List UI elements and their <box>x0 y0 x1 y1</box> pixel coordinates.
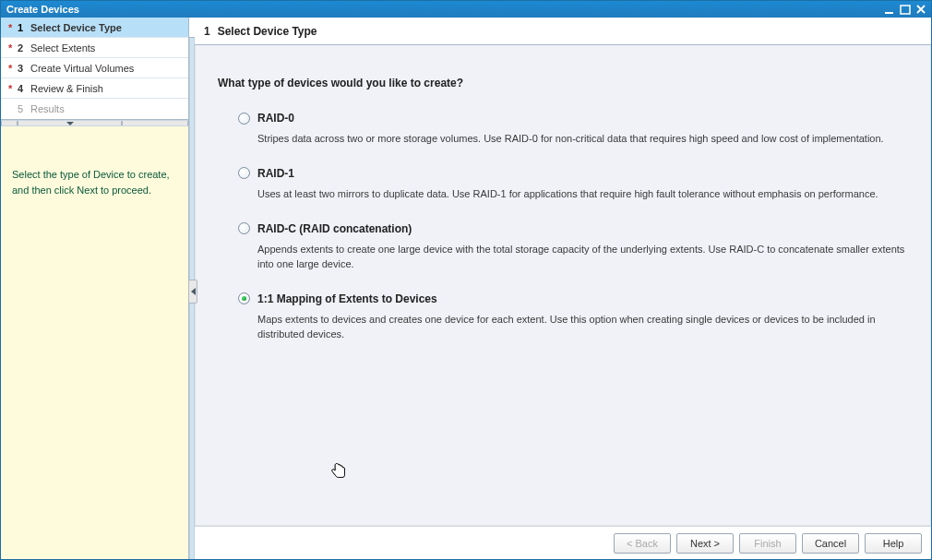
wizard-footer: < Back Next > Finish Cancel Help <box>195 526 931 559</box>
option-raid-1: RAID-1 Uses at least two mirrors to dupl… <box>238 167 915 202</box>
step-results: 5 Results <box>1 99 188 119</box>
hint-panel: Select the type of Device to create, and… <box>1 126 188 559</box>
radio-icon <box>238 222 250 234</box>
svg-rect-1 <box>901 6 910 14</box>
step-create-virtual-volumes[interactable]: * 3 Create Virtual Volumes <box>1 58 188 78</box>
radio-1to1-mapping[interactable]: 1:1 Mapping of Extents to Devices <box>238 292 915 305</box>
option-title: 1:1 Mapping of Extents to Devices <box>257 292 437 305</box>
maximize-icon[interactable] <box>900 5 912 15</box>
radio-icon <box>238 113 250 125</box>
question-text: What type of devices would you like to c… <box>218 77 915 89</box>
radio-raid-c[interactable]: RAID-C (RAID concatenation) <box>238 222 915 235</box>
option-raid-0: RAID-0 Stripes data across two or more s… <box>238 112 915 147</box>
radio-raid-1[interactable]: RAID-1 <box>238 167 915 180</box>
required-asterisk-icon: * <box>8 22 12 33</box>
step-number: 3 <box>18 63 30 74</box>
step-number: 1 <box>18 22 30 33</box>
option-description: Maps extents to devices and creates one … <box>257 313 915 342</box>
help-button[interactable]: Help <box>865 533 922 554</box>
splitter-grip[interactable] <box>188 280 197 304</box>
option-description: Appends extents to create one large devi… <box>257 243 915 272</box>
content-area: What type of devices would you like to c… <box>195 45 931 526</box>
step-list: * 1 Select Device Type * 2 Select Extent… <box>1 18 188 120</box>
page-title-text: Select Device Type <box>218 25 317 38</box>
radio-icon <box>238 167 250 179</box>
step-number: 5 <box>18 103 30 114</box>
step-label: Select Device Type <box>30 22 122 33</box>
titlebar: Create Devices <box>1 1 931 18</box>
step-select-extents[interactable]: * 2 Select Extents <box>1 38 188 58</box>
step-label: Review & Finish <box>30 83 103 94</box>
step-number: 2 <box>18 42 30 54</box>
radio-icon <box>238 292 250 304</box>
back-button: < Back <box>614 533 671 554</box>
page-title-number: 1 <box>204 25 210 38</box>
option-raid-c: RAID-C (RAID concatenation) Appends exte… <box>238 222 915 272</box>
option-description: Uses at least two mirrors to duplicate d… <box>257 187 915 202</box>
wizard-window: Create Devices * 1 Select Device Type <box>0 0 932 560</box>
option-description: Stripes data across two or more storage … <box>257 132 915 147</box>
chevron-down-icon <box>66 122 74 125</box>
vertical-splitter[interactable] <box>189 18 195 559</box>
cancel-button[interactable]: Cancel <box>802 533 859 554</box>
step-select-device-type[interactable]: * 1 Select Device Type <box>1 18 188 38</box>
next-button[interactable]: Next > <box>676 533 734 554</box>
required-asterisk-icon: * <box>8 63 12 74</box>
close-icon[interactable] <box>915 5 927 15</box>
chevron-left-icon <box>191 288 196 295</box>
step-review-finish[interactable]: * 4 Review & Finish <box>1 78 188 99</box>
required-asterisk-icon: * <box>8 42 12 54</box>
option-title: RAID-C (RAID concatenation) <box>257 222 412 235</box>
page-title: 1 Select Device Type <box>195 18 931 45</box>
hint-text: Select the type of Device to create, and… <box>12 169 170 196</box>
minimize-icon[interactable] <box>884 5 896 15</box>
main-panel: 1 Select Device Type What type of device… <box>195 18 931 559</box>
step-label: Create Virtual Volumes <box>30 63 134 74</box>
step-number: 4 <box>18 83 30 94</box>
step-label: Select Extents <box>30 42 95 54</box>
option-1to1-mapping: 1:1 Mapping of Extents to Devices Maps e… <box>238 292 915 342</box>
option-title: RAID-1 <box>257 167 294 180</box>
horizontal-splitter[interactable] <box>1 120 188 126</box>
window-title: Create Devices <box>6 4 884 15</box>
wizard-sidebar: * 1 Select Device Type * 2 Select Extent… <box>1 18 189 559</box>
option-title: RAID-0 <box>257 112 294 125</box>
svg-rect-0 <box>885 12 893 14</box>
required-asterisk-icon: * <box>8 83 12 94</box>
step-label: Results <box>30 103 65 114</box>
finish-button: Finish <box>739 533 796 554</box>
radio-raid-0[interactable]: RAID-0 <box>238 112 915 125</box>
